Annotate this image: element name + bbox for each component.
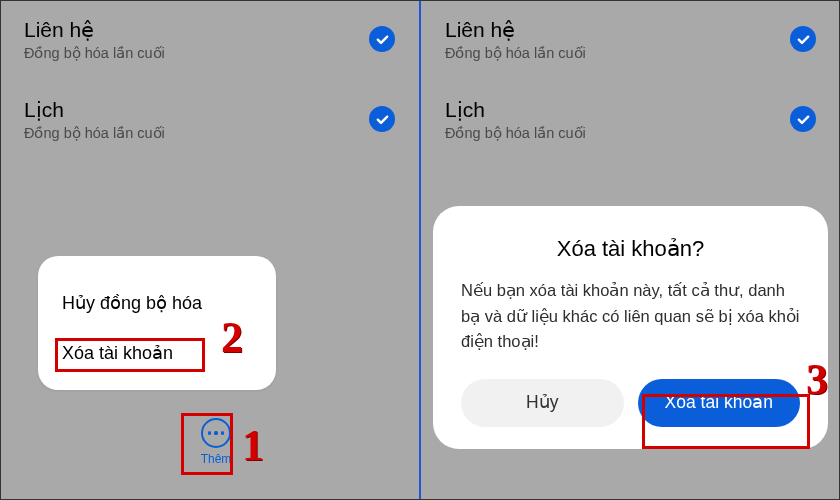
more-button[interactable]: Thêm xyxy=(190,418,242,466)
sync-row-subtitle: Đồng bộ hóa lần cuối xyxy=(24,45,395,61)
sync-row-subtitle: Đồng bộ hóa lần cuối xyxy=(445,125,816,141)
sync-row-subtitle: Đồng bộ hóa lần cuối xyxy=(445,45,816,61)
sync-row-contacts[interactable]: Liên hệ Đồng bộ hóa lần cuối xyxy=(445,18,816,61)
confirm-delete-button[interactable]: Xóa tài khoản xyxy=(638,379,801,427)
sync-row-calendar[interactable]: Lịch Đồng bộ hóa lần cuối xyxy=(24,98,395,141)
more-label: Thêm xyxy=(190,452,242,466)
checkmark-icon[interactable] xyxy=(369,26,395,52)
checkmark-icon[interactable] xyxy=(790,106,816,132)
checkmark-icon[interactable] xyxy=(790,26,816,52)
pane-divider xyxy=(419,0,421,500)
delete-account-dialog: Xóa tài khoản? Nếu bạn xóa tài khoản này… xyxy=(433,206,828,449)
checkmark-icon[interactable] xyxy=(369,106,395,132)
sync-row-title: Liên hệ xyxy=(445,18,816,42)
dialog-title: Xóa tài khoản? xyxy=(461,236,800,262)
menu-cancel-sync[interactable]: Hủy đồng bộ hóa xyxy=(60,278,254,328)
overflow-menu: Hủy đồng bộ hóa Xóa tài khoản xyxy=(38,256,276,390)
sync-row-calendar[interactable]: Lịch Đồng bộ hóa lần cuối xyxy=(445,98,816,141)
dialog-body: Nếu bạn xóa tài khoản này, tất cả thư, d… xyxy=(461,278,800,355)
more-icon xyxy=(201,418,231,448)
sync-row-title: Liên hệ xyxy=(24,18,395,42)
step-number-1: 1 xyxy=(242,420,264,471)
sync-row-subtitle: Đồng bộ hóa lần cuối xyxy=(24,125,395,141)
menu-delete-account[interactable]: Xóa tài khoản xyxy=(60,328,254,378)
cancel-button[interactable]: Hủy xyxy=(461,379,624,427)
screenshot-step-3: Liên hệ Đồng bộ hóa lần cuối Lịch Đồng b… xyxy=(421,0,840,500)
sync-row-title: Lịch xyxy=(24,98,395,122)
dialog-buttons: Hủy Xóa tài khoản xyxy=(461,379,800,427)
sync-row-title: Lịch xyxy=(445,98,816,122)
screenshot-step-1-2: Liên hệ Đồng bộ hóa lần cuối Lịch Đồng b… xyxy=(0,0,419,500)
sync-row-contacts[interactable]: Liên hệ Đồng bộ hóa lần cuối xyxy=(24,18,395,61)
